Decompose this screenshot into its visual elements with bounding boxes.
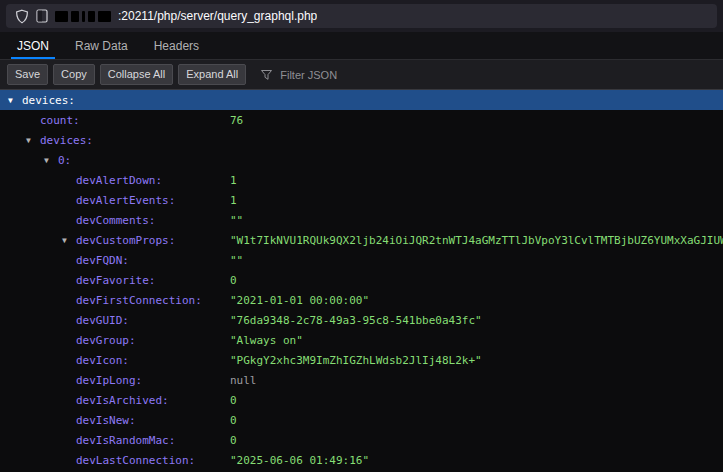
json-key: devFQDN: [76,254,129,267]
json-key-cell: ▼ devLastConnection: [0,454,230,467]
redaction-block [71,11,79,22]
json-key-cell: ▼ devGUID: [0,314,230,327]
json-key: devIpLong: [76,374,142,387]
expand-all-button[interactable]: Expand All [178,64,246,85]
json-value: 0 [230,434,723,447]
json-row[interactable]: ▼ devAlertEvents: 1 [0,190,723,210]
json-key: devGroup: [76,334,136,347]
json-row[interactable]: ▼ count: 76 [0,110,723,130]
json-key-cell: ▼ devIcon: [0,354,230,367]
json-row[interactable]: ▼ devIcon: "PGkgY2xhc3M9ImZhIGZhLWdsb2Jl… [0,350,723,370]
json-row[interactable]: ▼ devAlertDown: 1 [0,170,723,190]
json-key-cell: ▼ count: [0,114,230,127]
json-key-cell: ▼ devCustomProps: [0,234,230,247]
json-key: devIsRandomMac: [76,434,175,447]
json-key-cell: ▼ devIsNew: [0,414,230,427]
json-key-cell: ▼ devFavorite: [0,274,230,287]
json-row[interactable]: ▼ devCustomProps: "W1t7IkNVU1RQUk9QX2ljb… [0,230,723,250]
json-key: devIsNew: [76,414,136,427]
tab-raw-data[interactable]: Raw Data [62,32,141,59]
json-row[interactable]: ▼ devices: [0,90,723,110]
json-row[interactable]: ▼ devGroup: "Always on" [0,330,723,350]
json-key-cell: ▼ devices: [0,134,230,147]
json-row[interactable]: ▼ devFirstConnection: "2021-01-01 00:00:… [0,290,723,310]
site-security-icon[interactable] [36,9,48,23]
json-tree: ▼ devices: ▼ count: 76 ▼ devices: ▼ 0: ▼… [0,90,723,470]
json-key: 0: [58,154,71,167]
json-key: count: [40,114,80,127]
redaction-block [88,11,95,22]
json-row[interactable]: ▼ devGUID: "76da9348-2c78-49a3-95c8-541b… [0,310,723,330]
json-key-cell: ▼ devFQDN: [0,254,230,267]
json-row[interactable]: ▼ devFavorite: 0 [0,270,723,290]
redaction-block [55,11,68,22]
json-value: "Always on" [230,334,723,347]
expand-triangle-icon[interactable]: ▼ [26,136,40,145]
expand-triangle-icon[interactable]: ▼ [44,156,58,165]
json-key: devIsArchived: [76,394,169,407]
json-toolbar: Save Copy Collapse All Expand All [0,60,723,90]
json-key: devAlertDown: [76,174,162,187]
json-key-cell: ▼ devAlertEvents: [0,194,230,207]
json-key-cell: ▼ devFirstConnection: [0,294,230,307]
json-value: "PGkgY2xhc3M9ImZhIGZhLWdsb2JlIj48L2k+" [230,354,723,367]
json-row[interactable]: ▼ devIsRandomMac: 0 [0,430,723,450]
json-row[interactable]: ▼ devIsNew: 0 [0,410,723,430]
json-key: devices: [40,134,93,147]
redacted-host [55,11,111,22]
json-key-cell: ▼ devGroup: [0,334,230,347]
json-value: null [230,374,723,387]
json-key-cell: ▼ 0: [0,154,230,167]
json-key-cell: ▼ devIsRandomMac: [0,434,230,447]
browser-toolbar: :20211/php/server/query_graphql.php [0,0,723,32]
shield-icon[interactable] [15,9,29,24]
json-value: 1 [230,194,723,207]
json-key: devGUID: [76,314,129,327]
json-key: devLastConnection: [76,454,195,467]
json-value: 0 [230,414,723,427]
json-key: devFavorite: [76,274,155,287]
json-key-cell: ▼ devIpLong: [0,374,230,387]
json-value: "" [230,254,723,267]
expand-triangle-icon[interactable]: ▼ [8,96,22,105]
json-row[interactable]: ▼ devComments: "" [0,210,723,230]
json-key: devCustomProps: [76,234,175,247]
json-key: devComments: [76,214,155,227]
json-value: "W1t7IkNVU1RQUk9QX2ljb24iOiJQR2tnWTJ4aGM… [230,234,723,247]
tab-json[interactable]: JSON [4,32,62,59]
json-key: devFirstConnection: [76,294,202,307]
json-value: "2025-06-06 01:49:16" [230,454,723,467]
json-key-cell: ▼ devAlertDown: [0,174,230,187]
json-value: 0 [230,394,723,407]
filter-json-box [261,66,408,84]
json-value: 0 [230,274,723,287]
save-button[interactable]: Save [7,64,48,85]
tab-headers[interactable]: Headers [141,32,212,59]
json-row[interactable]: ▼ devFQDN: "" [0,250,723,270]
json-row[interactable]: ▼ devIsArchived: 0 [0,390,723,410]
collapse-all-button[interactable]: Collapse All [100,64,173,85]
json-value: "" [230,214,723,227]
url-text[interactable]: :20211/php/server/query_graphql.php [118,9,317,23]
json-row[interactable]: ▼ devIpLong: null [0,370,723,390]
url-bar[interactable]: :20211/php/server/query_graphql.php [6,4,717,28]
redaction-block [98,11,111,22]
json-row[interactable]: ▼ devLastConnection: "2025-06-06 01:49:1… [0,450,723,470]
filter-json-input[interactable] [278,68,408,82]
filter-funnel-icon [261,66,272,84]
json-value: 76 [230,114,723,127]
json-key-cell: ▼ devComments: [0,214,230,227]
json-viewer-tabbar: JSON Raw Data Headers [0,32,723,60]
json-row[interactable]: ▼ 0: [0,150,723,170]
json-key: devIcon: [76,354,129,367]
json-key-cell: ▼ devIsArchived: [0,394,230,407]
json-key: devAlertEvents: [76,194,175,207]
json-key-cell: ▼ devices: [0,94,230,107]
copy-button[interactable]: Copy [53,64,95,85]
json-value: "2021-01-01 00:00:00" [230,294,723,307]
json-row[interactable]: ▼ devices: [0,130,723,150]
redaction-block [82,11,85,22]
json-value: 1 [230,174,723,187]
json-key: devices: [22,94,75,107]
expand-triangle-icon[interactable]: ▼ [62,236,76,245]
